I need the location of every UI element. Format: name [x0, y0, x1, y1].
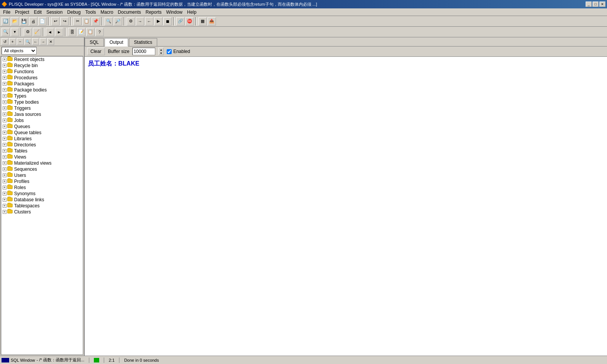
- tree-item-directories[interactable]: + Directories: [1, 142, 83, 148]
- tree-item-tables[interactable]: + Tables: [1, 148, 83, 154]
- tree-item-libraries[interactable]: + Libraries: [1, 136, 83, 142]
- menu-edit[interactable]: Edit: [32, 9, 44, 16]
- tree-item-tablespaces[interactable]: + Tablespaces: [1, 203, 83, 209]
- tree-item-database-links[interactable]: + Database links: [1, 197, 83, 203]
- expand-icon[interactable]: +: [3, 58, 6, 61]
- expand-icon[interactable]: +: [3, 143, 6, 147]
- expand-icon[interactable]: +: [3, 161, 6, 165]
- expand-icon[interactable]: +: [3, 137, 6, 141]
- print2-btn[interactable]: 📄: [38, 17, 47, 26]
- menu-reports[interactable]: Reports: [143, 9, 164, 16]
- cut-btn[interactable]: ✂: [73, 17, 82, 26]
- enabled-checkbox[interactable]: [167, 49, 172, 54]
- connect-btn[interactable]: 🔗: [176, 17, 185, 26]
- tree-item-clusters[interactable]: + Clusters: [1, 209, 83, 215]
- obj-add-btn[interactable]: +: [9, 38, 16, 45]
- next-btn[interactable]: ►: [55, 28, 63, 36]
- sql-btn[interactable]: 📝: [77, 28, 85, 36]
- indent-btn[interactable]: →: [136, 17, 144, 26]
- expand-icon[interactable]: +: [3, 70, 6, 74]
- new-btn[interactable]: 🔄: [2, 17, 10, 26]
- unindent-btn[interactable]: ←: [145, 17, 153, 26]
- tree-item-sequences[interactable]: + Sequences: [1, 166, 83, 172]
- expand-icon[interactable]: +: [3, 210, 6, 214]
- obj-fwd-btn[interactable]: →: [40, 38, 47, 45]
- tab-sql[interactable]: SQL: [85, 38, 104, 46]
- help-btn[interactable]: ?: [95, 28, 104, 36]
- expand-icon[interactable]: +: [3, 82, 6, 86]
- expand-icon[interactable]: +: [3, 119, 6, 122]
- stop-btn[interactable]: ⏹: [163, 17, 172, 26]
- print-btn[interactable]: 🖨: [29, 17, 37, 26]
- obj-find-btn[interactable]: 🔍: [24, 38, 31, 45]
- object-type-select[interactable]: All objects My objects Other objects: [2, 47, 37, 55]
- tree-item-packages[interactable]: + Packages: [1, 81, 83, 87]
- tree-item-functions[interactable]: + Functions: [1, 69, 83, 75]
- expand-icon[interactable]: +: [3, 180, 6, 183]
- compile-btn[interactable]: ⚙: [127, 17, 135, 26]
- expand-icon[interactable]: +: [3, 125, 6, 128]
- expand-icon[interactable]: +: [3, 204, 6, 208]
- tab-output[interactable]: Output: [105, 38, 128, 47]
- disconnect-btn[interactable]: ⛔: [185, 17, 194, 26]
- export-btn[interactable]: 📤: [208, 17, 216, 26]
- findreplace-btn[interactable]: 🔎: [114, 17, 122, 26]
- tree-item-queues[interactable]: + Queues: [1, 123, 83, 130]
- expand-icon[interactable]: +: [3, 131, 6, 135]
- minimize-button[interactable]: _: [586, 2, 592, 7]
- copy-btn[interactable]: 📋: [82, 17, 91, 26]
- expand-icon[interactable]: +: [3, 106, 6, 110]
- expand-icon[interactable]: +: [3, 112, 6, 116]
- tree-item-roles[interactable]: + Roles: [1, 184, 83, 191]
- menu-project[interactable]: Project: [13, 9, 31, 16]
- buffer-size-input[interactable]: [132, 48, 155, 55]
- prev-btn[interactable]: ◄: [46, 28, 54, 36]
- expand-icon[interactable]: +: [3, 198, 6, 202]
- expand-icon[interactable]: +: [3, 100, 6, 104]
- expand-icon[interactable]: +: [3, 155, 6, 159]
- menu-session[interactable]: Session: [44, 9, 65, 16]
- search-dropdown[interactable]: ▾: [11, 28, 19, 36]
- close-button[interactable]: ✕: [599, 2, 605, 7]
- open-btn[interactable]: 📂: [11, 17, 19, 26]
- tree-item-recycle-bin[interactable]: + Recycle bin: [1, 63, 83, 69]
- maximize-button[interactable]: □: [593, 2, 599, 7]
- find-btn[interactable]: 🔍: [105, 17, 113, 26]
- tree-item-users[interactable]: + Users: [1, 172, 83, 178]
- spin-down-btn[interactable]: ▼: [159, 51, 163, 55]
- menu-documents[interactable]: Documents: [116, 9, 143, 16]
- tree-item-queue-tables[interactable]: + Queue tables: [1, 130, 83, 136]
- clear-btn2[interactable]: 🧹: [33, 28, 41, 36]
- proc-btn[interactable]: 📋: [86, 28, 95, 36]
- clear-button[interactable]: Clear: [87, 48, 105, 55]
- expand-icon[interactable]: +: [3, 76, 6, 80]
- tree-item-types[interactable]: + Types: [1, 93, 83, 99]
- expand-icon[interactable]: +: [3, 167, 6, 171]
- buffer-spin[interactable]: ▲ ▼: [158, 48, 164, 55]
- paste-btn[interactable]: 📌: [92, 17, 100, 26]
- expand-icon[interactable]: +: [3, 192, 6, 196]
- search-btn[interactable]: 🔍: [2, 28, 10, 36]
- tree-item-recent-objects[interactable]: + Recent objects: [1, 56, 83, 63]
- redo-btn[interactable]: ↪: [60, 17, 69, 26]
- expand-icon[interactable]: +: [3, 186, 6, 189]
- db-btn[interactable]: 🗄: [68, 28, 76, 36]
- tree-item-views[interactable]: + Views: [1, 154, 83, 160]
- undo-btn[interactable]: ↩: [51, 17, 60, 26]
- tree-item-triggers[interactable]: + Triggers: [1, 105, 83, 111]
- menu-debug[interactable]: Debug: [65, 9, 83, 16]
- tree-item-jobs[interactable]: + Jobs: [1, 117, 83, 123]
- obj-back-btn[interactable]: ←: [32, 38, 39, 45]
- tab-statistics[interactable]: Statistics: [129, 38, 157, 46]
- expand-icon[interactable]: +: [3, 64, 6, 67]
- menu-tools[interactable]: Tools: [83, 9, 98, 16]
- menu-file[interactable]: File: [1, 9, 13, 16]
- menu-help[interactable]: Help: [185, 9, 199, 16]
- grid-btn[interactable]: ▦: [198, 17, 207, 26]
- settings-btn[interactable]: ⚙: [24, 28, 32, 36]
- expand-icon[interactable]: +: [3, 88, 6, 92]
- expand-icon[interactable]: +: [3, 173, 6, 177]
- tree-item-java-sources[interactable]: + Java sources: [1, 111, 83, 117]
- menu-macro[interactable]: Macro: [98, 9, 115, 16]
- tree-item-type-bodies[interactable]: + Type bodies: [1, 99, 83, 105]
